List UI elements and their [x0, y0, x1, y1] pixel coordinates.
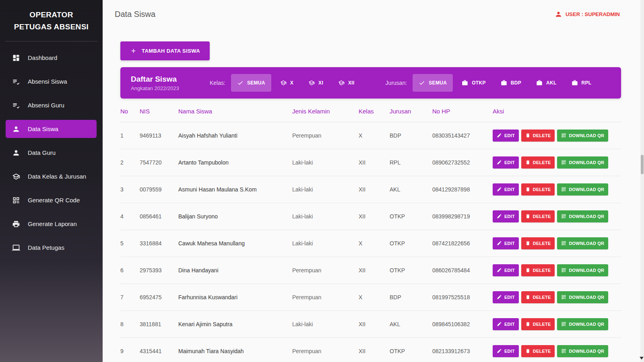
edit-button[interactable]: EDIT	[493, 130, 519, 142]
edit-button[interactable]: EDIT	[493, 345, 519, 357]
sidebar-item-label: Data Kelas & Jurusan	[28, 173, 86, 180]
tambah-data-siswa-button[interactable]: TAMBAH DATA SISWA	[120, 41, 210, 60]
sidebar-item-generate-qr-code[interactable]: Generate QR Code	[6, 191, 97, 209]
download-qr-button-label: DOWNLOAD QR	[569, 295, 604, 300]
cell-aksi: EDITDELETEDOWNLOAD QR	[493, 176, 621, 203]
person-icon	[12, 149, 21, 157]
edit-button[interactable]: EDIT	[493, 318, 519, 330]
column-header-nama-siswa: Nama Siswa	[178, 101, 292, 122]
delete-button[interactable]: DELETE	[521, 183, 555, 195]
qr-code-icon	[561, 321, 566, 327]
cell-nama-siswa: Dina Handayani	[178, 257, 292, 284]
cell-aksi: EDITDELETEDOWNLOAD QR	[493, 122, 621, 149]
trash-icon	[525, 267, 530, 273]
check-icon	[237, 80, 244, 86]
filter-jurusan-bdp[interactable]: BDP	[495, 74, 527, 92]
download-qr-button[interactable]: DOWNLOAD QR	[557, 345, 608, 357]
filter-option-label: XII	[348, 80, 355, 86]
cell-jurusan: RPL	[390, 149, 432, 176]
table-row: 19469113Aisyah Hafshah YuliantiPerempuan…	[120, 122, 621, 149]
cell-nis: 0856461	[140, 203, 178, 230]
sidebar-item-generate-laporan[interactable]: Generate Laporan	[6, 215, 97, 233]
sidebar-item-data-kelas-jurusan[interactable]: Data Kelas & Jurusan	[6, 167, 97, 185]
download-qr-button[interactable]: DOWNLOAD QR	[557, 183, 608, 195]
download-qr-button[interactable]: DOWNLOAD QR	[557, 264, 608, 276]
user-label: USER : SUPERADMIN	[566, 11, 620, 17]
cell-kelas: XII	[359, 149, 390, 176]
filter-kelas-xi[interactable]: XI	[302, 74, 329, 92]
filter-jurusan-otkp[interactable]: OTKP	[456, 74, 492, 92]
sidebar-item-data-siswa[interactable]: Data Siswa	[6, 120, 97, 138]
kelas-chips: SEMUAXXIXII	[231, 74, 361, 92]
edit-button-label: EDIT	[504, 349, 515, 354]
sidebar-item-data-guru[interactable]: Data Guru	[6, 144, 97, 162]
briefcase-icon	[501, 80, 507, 86]
edit-button-label: EDIT	[504, 214, 515, 219]
trash-icon	[525, 160, 530, 165]
table-row: 53316884Cawuk Mahesa ManullangLaki-lakiX…	[120, 230, 621, 257]
delete-button[interactable]: DELETE	[521, 130, 555, 142]
sidebar-item-label: Generate Laporan	[28, 220, 77, 227]
cell-nis: 2975393	[140, 257, 178, 284]
scrollbar-thumb[interactable]	[641, 155, 644, 174]
download-qr-button[interactable]: DOWNLOAD QR	[557, 210, 608, 222]
qr-code-icon	[12, 196, 21, 204]
user-icon	[555, 10, 562, 18]
topbar-right: USER : SUPERADMIN	[530, 10, 620, 18]
sidebar-item-label: Absensi Guru	[28, 102, 64, 109]
cell-aksi: EDITDELETEDOWNLOAD QR	[493, 337, 621, 362]
delete-button[interactable]: DELETE	[521, 318, 555, 330]
qr-code-icon	[561, 187, 566, 192]
delete-button[interactable]: DELETE	[521, 237, 555, 249]
download-qr-button[interactable]: DOWNLOAD QR	[557, 130, 608, 142]
delete-button[interactable]: DELETE	[521, 156, 555, 169]
column-header-aksi: Aksi	[493, 101, 621, 122]
briefcase-icon	[536, 80, 543, 86]
sidebar-item-absensi-siswa[interactable]: Absensi Siswa	[6, 72, 97, 90]
edit-button[interactable]: EDIT	[493, 237, 519, 249]
filter-kelas-semua[interactable]: SEMUA	[231, 74, 271, 92]
sidebar-item-absensi-guru[interactable]: Absensi Guru	[6, 96, 97, 114]
scrollbar-down-arrow-icon[interactable]	[640, 357, 644, 360]
edit-button[interactable]: EDIT	[493, 210, 519, 222]
delete-button[interactable]: DELETE	[521, 210, 555, 222]
filter-kelas-xii[interactable]: XII	[332, 74, 361, 92]
edit-button[interactable]: EDIT	[493, 183, 519, 195]
cell-nis: 0079559	[140, 176, 178, 203]
download-qr-button-label: DOWNLOAD QR	[569, 322, 604, 327]
vertical-scrollbar[interactable]	[640, 0, 644, 362]
download-qr-button-label: DOWNLOAD QR	[569, 160, 604, 165]
filter-kelas-x[interactable]: X	[274, 74, 299, 92]
main-area: Data Siswa USER : SUPERADMIN TAMBAH DATA…	[103, 0, 644, 362]
delete-button[interactable]: DELETE	[521, 291, 555, 303]
edit-button[interactable]: EDIT	[493, 291, 519, 303]
download-qr-button[interactable]: DOWNLOAD QR	[557, 291, 608, 303]
cell-aksi: EDITDELETEDOWNLOAD QR	[493, 203, 621, 230]
download-qr-button[interactable]: DOWNLOAD QR	[557, 237, 608, 249]
qr-code-icon	[561, 241, 566, 246]
pencil-icon	[497, 241, 502, 246]
edit-button[interactable]: EDIT	[493, 264, 519, 276]
delete-button[interactable]: DELETE	[521, 345, 555, 357]
download-qr-button[interactable]: DOWNLOAD QR	[557, 156, 608, 169]
edit-button-label: EDIT	[504, 160, 515, 165]
filter-group-jurusan: Jurusan: SEMUAOTKPBDPAKLRPL	[386, 74, 598, 92]
edit-button[interactable]: EDIT	[493, 156, 519, 169]
cell-kelas: X	[359, 284, 390, 311]
sidebar-item-dashboard[interactable]: Dashboard	[6, 49, 97, 67]
cell-no: 9	[120, 337, 140, 362]
delete-button[interactable]: DELETE	[521, 264, 555, 276]
filter-jurusan-rpl[interactable]: RPL	[566, 74, 598, 92]
filter-option-label: X	[290, 80, 293, 86]
cell-nis: 7547720	[140, 149, 178, 176]
cell-jurusan: OTKP	[390, 337, 432, 362]
cell-no: 6	[120, 257, 140, 284]
user-badge[interactable]: USER : SUPERADMIN	[555, 10, 620, 18]
filter-jurusan-akl[interactable]: AKL	[530, 74, 563, 92]
download-qr-button[interactable]: DOWNLOAD QR	[557, 318, 608, 330]
sidebar-item-data-petugas[interactable]: Data Petugas	[6, 239, 97, 257]
table-row: 76952475Farhunnisa KuswandariPerempuanXB…	[120, 284, 621, 311]
filter-jurusan-semua[interactable]: SEMUA	[413, 74, 453, 92]
cell-kelas: XII	[359, 311, 390, 337]
filter-option-label: SEMUA	[429, 80, 447, 86]
